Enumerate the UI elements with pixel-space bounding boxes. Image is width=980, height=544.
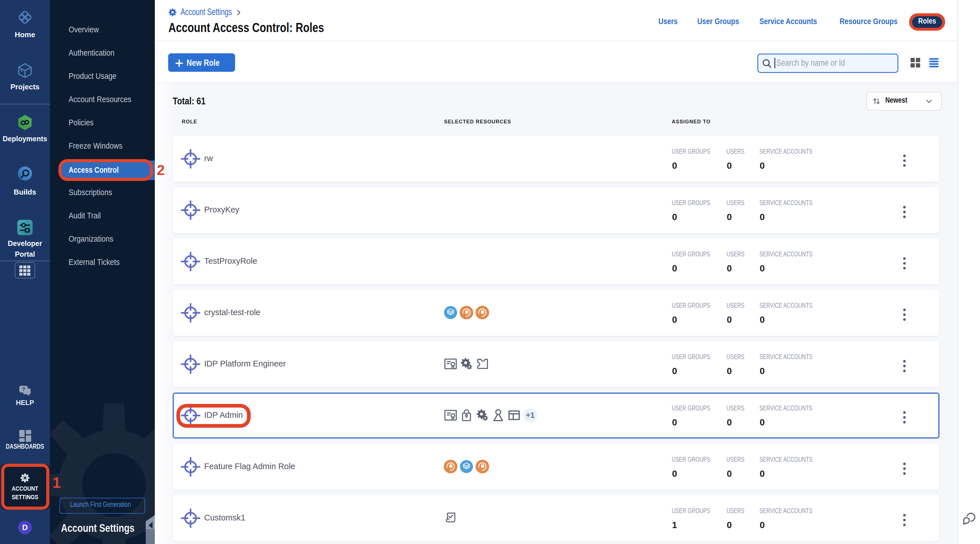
svg-text:?: ? — [22, 386, 25, 392]
